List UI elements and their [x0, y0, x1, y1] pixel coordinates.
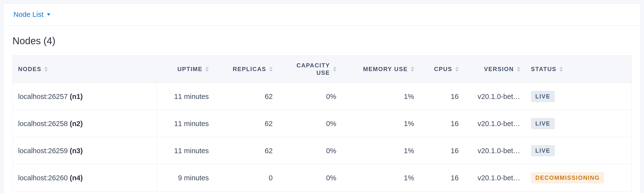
- col-header-memory[interactable]: MEMORY USE: [342, 55, 420, 83]
- node-id: (n4): [70, 174, 83, 182]
- cell-capacity: 0%: [278, 165, 342, 192]
- cell-replicas: 62: [214, 137, 278, 165]
- node-host: localhost:26260: [18, 174, 68, 182]
- col-header-version[interactable]: VERSION: [464, 55, 526, 83]
- table-header: NODES UPTIME: [13, 55, 632, 83]
- sort-icon: [44, 67, 48, 72]
- cell-replicas: 0: [214, 165, 278, 192]
- sort-icon: [455, 67, 459, 72]
- cell-node[interactable]: localhost:26259 (n3): [13, 137, 157, 165]
- table-body: localhost:26257 (n1) 11 minutes 62 0% 1%…: [13, 83, 632, 192]
- panel-body: Nodes (4) NODES UPTIME: [4, 26, 640, 193]
- cell-memory: 1%: [342, 110, 420, 137]
- cell-replicas: 62: [214, 110, 278, 137]
- sort-icon: [560, 67, 563, 72]
- status-badge: DECOMMISSIONING: [531, 172, 604, 184]
- col-label: REPLICAS: [233, 66, 266, 73]
- col-header-nodes[interactable]: NODES: [13, 55, 157, 83]
- cell-uptime: 11 minutes: [157, 83, 214, 110]
- col-label-line1: CAPACITY: [296, 62, 330, 69]
- col-label: STATUS: [531, 66, 556, 73]
- col-label: VERSION: [484, 66, 514, 73]
- sort-icon: [206, 67, 209, 72]
- status-badge: LIVE: [531, 118, 555, 129]
- col-header-cpus[interactable]: CPUS: [420, 55, 464, 83]
- table-row: localhost:26257 (n1) 11 minutes 62 0% 1%…: [13, 83, 632, 110]
- cell-replicas: 62: [214, 83, 278, 110]
- cell-status: DECOMMISSIONING: [526, 165, 632, 192]
- cell-memory: 1%: [342, 165, 420, 192]
- dropdown-label: Node List: [14, 10, 44, 18]
- caret-down-icon: [47, 13, 50, 16]
- node-list-dropdown[interactable]: Node List: [14, 10, 50, 18]
- col-header-status[interactable]: STATUS: [526, 55, 632, 83]
- sort-icon: [333, 67, 336, 72]
- col-label-line2: USE: [316, 69, 330, 76]
- cell-version: v20.1.0-bet…: [464, 137, 526, 165]
- cell-version: v20.1.0-bet…: [464, 83, 526, 110]
- node-id: (n3): [70, 147, 83, 155]
- cell-cpus: 16: [420, 110, 464, 137]
- cell-status: LIVE: [526, 137, 632, 165]
- cell-uptime: 9 minutes: [157, 165, 214, 192]
- cell-version: v20.1.0-bet…: [464, 110, 526, 137]
- cell-memory: 1%: [342, 137, 420, 165]
- cell-uptime: 11 minutes: [157, 137, 214, 165]
- col-label: MEMORY USE: [363, 66, 408, 73]
- cell-memory: 1%: [342, 83, 420, 110]
- col-label: CPUS: [434, 66, 452, 73]
- sort-icon: [411, 67, 414, 72]
- node-panel: Node List Nodes (4) NODES: [4, 3, 640, 193]
- cell-cpus: 16: [420, 137, 464, 165]
- col-label: UPTIME: [177, 66, 202, 73]
- panel-header: Node List: [4, 4, 640, 26]
- cell-capacity: 0%: [278, 137, 342, 165]
- col-header-uptime[interactable]: UPTIME: [157, 55, 214, 83]
- node-table: NODES UPTIME: [12, 55, 632, 192]
- cell-capacity: 0%: [278, 83, 342, 110]
- cell-capacity: 0%: [278, 110, 342, 137]
- cell-status: LIVE: [526, 110, 632, 137]
- col-header-replicas[interactable]: REPLICAS: [214, 55, 278, 83]
- node-id: (n1): [70, 93, 83, 100]
- table-row: localhost:26259 (n3) 11 minutes 62 0% 1%…: [13, 137, 632, 165]
- node-id: (n2): [70, 120, 83, 128]
- node-host: localhost:26259: [18, 147, 68, 155]
- node-host: localhost:26257: [18, 93, 68, 100]
- col-header-capacity[interactable]: CAPACITY USE: [278, 55, 342, 83]
- cell-node[interactable]: localhost:26260 (n4): [13, 165, 157, 192]
- page-title: Nodes (4): [12, 35, 632, 46]
- col-label: NODES: [18, 66, 41, 73]
- node-host: localhost:26258: [18, 120, 68, 128]
- cell-node[interactable]: localhost:26258 (n2): [13, 110, 157, 137]
- status-badge: LIVE: [531, 145, 555, 156]
- cell-cpus: 16: [420, 165, 464, 192]
- cell-version: v20.1.0-bet…: [464, 165, 526, 192]
- sort-icon: [269, 67, 272, 72]
- sort-icon: [517, 67, 520, 72]
- cell-cpus: 16: [420, 83, 464, 110]
- table-row: localhost:26260 (n4) 9 minutes 0 0% 1% 1…: [13, 165, 632, 192]
- cell-uptime: 11 minutes: [157, 110, 214, 137]
- status-badge: LIVE: [531, 91, 555, 102]
- cell-status: LIVE: [526, 83, 632, 110]
- table-row: localhost:26258 (n2) 11 minutes 62 0% 1%…: [13, 110, 632, 137]
- cell-node[interactable]: localhost:26257 (n1): [13, 83, 157, 110]
